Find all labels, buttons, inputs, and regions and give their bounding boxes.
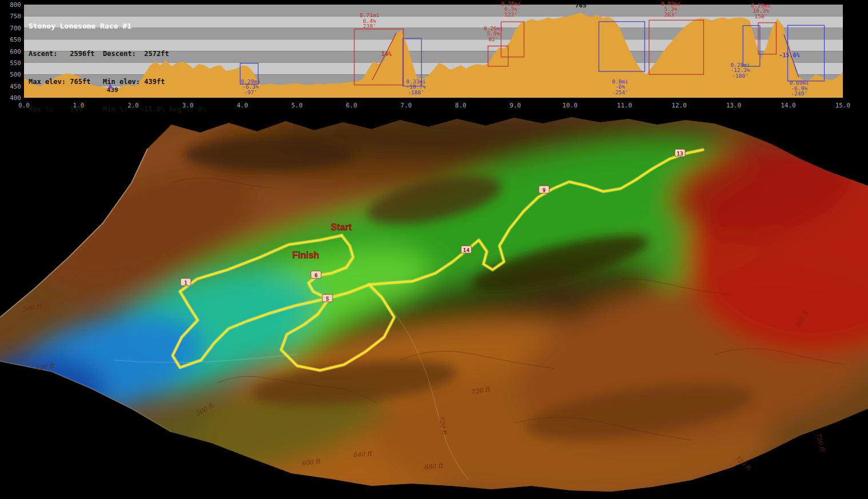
elevation-profile-chart: 8007507006506005505004504000.01.02.03.04… bbox=[0, 0, 868, 114]
y-axis-label: 600 bbox=[10, 48, 21, 55]
y-axis-label: 500 bbox=[10, 71, 21, 78]
x-axis-label: 7.0 bbox=[401, 102, 412, 109]
y-axis-label: 800 bbox=[10, 1, 21, 9]
y-axis-label: 400 bbox=[10, 94, 21, 102]
start-label: Start bbox=[331, 222, 352, 232]
stats-row-elevations: Max elev: 765ft Min elev: 439ft bbox=[29, 76, 272, 87]
x-axis-label: 5.0 bbox=[291, 102, 303, 109]
stats-row-ascent-descent: Ascent: 2596ft Descent: 2572ft bbox=[29, 48, 272, 59]
descent-annotation: -249' bbox=[791, 90, 807, 97]
waypoint-number: 1 bbox=[184, 280, 187, 286]
x-axis-label: 8.0 bbox=[455, 102, 466, 109]
terrain-color-shading bbox=[0, 114, 868, 499]
y-axis-label: 550 bbox=[10, 59, 21, 67]
terrain-surface bbox=[0, 114, 868, 499]
x-axis-label: 0.0 bbox=[18, 102, 30, 109]
x-axis-label: 11.0 bbox=[617, 102, 633, 109]
x-axis-label: 10.0 bbox=[562, 102, 578, 109]
waypoint-number: 6 bbox=[314, 272, 318, 278]
climb-annotation: 158' bbox=[754, 13, 767, 19]
stats-row-gradients: Max %: 14% Min %: -15.6% Avg %: 0% bbox=[29, 103, 272, 115]
climb-annotation: 239' bbox=[363, 23, 376, 29]
climb-annotation: 82' bbox=[489, 36, 498, 42]
route-title: Stoney Lonesome Race #1 bbox=[29, 21, 272, 32]
contour-elevation-label: 720 ft bbox=[814, 432, 827, 453]
y-axis-label: 450 bbox=[10, 83, 21, 90]
climb-annotation: 263' bbox=[665, 11, 678, 18]
waypoint-number: 14 bbox=[463, 247, 470, 253]
x-axis-label: 6.0 bbox=[346, 102, 357, 109]
x-axis-label: 14.0 bbox=[781, 102, 796, 109]
waypoint-number: 13 bbox=[677, 150, 683, 157]
y-axis-label: 700 bbox=[10, 25, 21, 32]
descent-annotation: -254' bbox=[612, 89, 629, 95]
x-axis-label: 15.0 bbox=[835, 102, 851, 109]
waypoint-number: 5 bbox=[326, 296, 329, 302]
y-axis-label: 650 bbox=[10, 36, 21, 43]
climb-annotation: 122' bbox=[505, 11, 518, 18]
finish-label: Finish bbox=[292, 250, 319, 260]
descent-gradient-label: -15.6% bbox=[779, 52, 799, 58]
descent-annotation: -188' bbox=[408, 89, 425, 95]
terrain-3d-view: 16514913440 ft500 ft500 ft600 ft640 ft68… bbox=[0, 114, 868, 499]
x-axis-label: 12.0 bbox=[671, 102, 687, 109]
waypoint-number: 9 bbox=[542, 187, 546, 193]
terrain-map: 16514913440 ft500 ft500 ft600 ft640 ft68… bbox=[0, 114, 868, 499]
max-elevation-marker: 765 bbox=[575, 2, 587, 9]
climb-gradient-label: 14% bbox=[381, 51, 391, 57]
descent-annotation: -180' bbox=[732, 73, 749, 79]
x-axis-label: 9.0 bbox=[510, 102, 521, 109]
x-axis-label: 13.0 bbox=[726, 102, 742, 109]
y-axis-label: 750 bbox=[10, 13, 21, 20]
